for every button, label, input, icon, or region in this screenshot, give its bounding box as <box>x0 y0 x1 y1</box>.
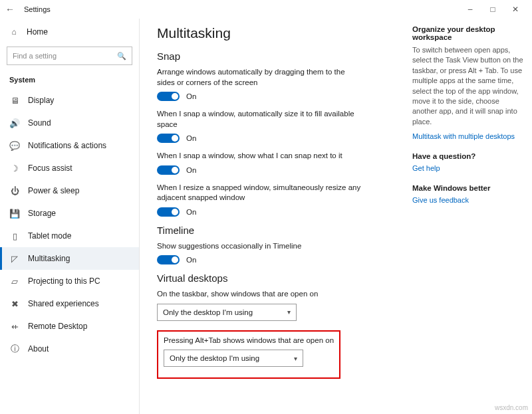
titlebar: ← Settings – □ ✕ <box>0 0 532 19</box>
multitasking-icon: ◸ <box>9 254 20 264</box>
sidebar-item-storage[interactable]: 💾Storage <box>0 202 139 225</box>
display-icon: 🖥 <box>9 96 20 106</box>
aside-text-1: To switch between open apps, select the … <box>412 45 525 127</box>
sidebar-item-notifications[interactable]: 💬Notifications & actions <box>0 134 139 157</box>
close-button[interactable]: ✕ <box>504 1 527 17</box>
sidebar-item-remote[interactable]: ⇷Remote Desktop <box>0 315 139 338</box>
snap-toggle-1[interactable] <box>157 92 180 101</box>
timeline-toggle-1[interactable] <box>157 255 180 264</box>
aside-panel: Organize your desktop workspace To switc… <box>412 25 525 414</box>
sidebar-item-about[interactable]: ⓘAbout <box>0 338 139 360</box>
toggle-state: On <box>186 256 196 264</box>
notifications-icon: 💬 <box>9 141 20 151</box>
search-input[interactable]: Find a setting 🔍 <box>7 47 132 65</box>
snap-heading: Snap <box>157 51 390 62</box>
snap-toggle-2[interactable] <box>157 134 180 143</box>
sidebar-section-label: System <box>0 72 139 89</box>
sidebar-item-shared[interactable]: ✖Shared experiences <box>0 292 139 315</box>
home-label: Home <box>27 27 48 37</box>
chevron-down-icon: ▾ <box>287 308 291 316</box>
page-title: Multitasking <box>157 25 390 41</box>
tablet-icon: ▯ <box>9 231 20 241</box>
power-icon: ⏻ <box>9 186 20 196</box>
sidebar-item-power[interactable]: ⏻Power & sleep <box>0 179 139 202</box>
aside-link-feedback[interactable]: Give us feedback <box>412 196 525 204</box>
snap-toggle-4[interactable] <box>157 207 180 217</box>
aside-title-1: Organize your desktop workspace <box>412 25 525 41</box>
vd-label-1: On the taskbar, show windows that are op… <box>157 289 363 300</box>
sidebar-item-sound[interactable]: 🔊Sound <box>0 112 139 134</box>
toggle-state: On <box>186 208 196 216</box>
toggle-state: On <box>186 92 196 100</box>
maximize-button[interactable]: □ <box>481 1 504 17</box>
shared-icon: ✖ <box>9 299 20 309</box>
sidebar-item-projecting[interactable]: ▱Projecting to this PC <box>0 270 139 292</box>
toggle-state: On <box>186 134 196 142</box>
snap-label-2: When I snap a window, automatically size… <box>157 109 363 130</box>
snap-label-3: When I snap a window, show what I can sn… <box>157 151 363 161</box>
sidebar: ⌂ Home Find a setting 🔍 System 🖥Display … <box>0 19 140 414</box>
aside-link-help[interactable]: Get help <box>412 164 525 172</box>
toggle-state: On <box>186 166 196 174</box>
aside-link-multitask[interactable]: Multitask with multiple desktops <box>412 132 525 140</box>
main-content: Multitasking Snap Arrange windows automa… <box>157 25 390 414</box>
timeline-heading: Timeline <box>157 225 390 236</box>
sound-icon: 🔊 <box>9 118 20 128</box>
window-title: Settings <box>24 5 51 13</box>
vd-dropdown-2-value: Only the desktop I'm using <box>170 354 259 362</box>
vd-dropdown-2[interactable]: Only the desktop I'm using ▾ <box>164 350 303 367</box>
sidebar-item-focus-assist[interactable]: ☽Focus assist <box>0 157 139 179</box>
focus-assist-icon: ☽ <box>9 163 20 173</box>
snap-label-1: Arrange windows automatically by draggin… <box>157 67 363 88</box>
aside-title-3: Make Windows better <box>412 184 525 192</box>
snap-label-4: When I resize a snapped window, simultan… <box>157 183 363 203</box>
search-placeholder: Find a setting <box>13 52 57 60</box>
vd-label-2: Pressing Alt+Tab shows windows that are … <box>164 336 334 346</box>
snap-toggle-3[interactable] <box>157 165 180 175</box>
search-icon: 🔍 <box>117 52 126 60</box>
sidebar-item-tablet[interactable]: ▯Tablet mode <box>0 225 139 247</box>
sidebar-item-display[interactable]: 🖥Display <box>0 89 139 112</box>
vd-heading: Virtual desktops <box>157 272 390 284</box>
aside-title-2: Have a question? <box>412 152 525 160</box>
sidebar-home[interactable]: ⌂ Home <box>0 21 139 43</box>
home-icon: ⌂ <box>9 27 19 37</box>
watermark: wsxdn.com <box>495 404 528 411</box>
minimize-button[interactable]: – <box>459 1 481 17</box>
back-button[interactable]: ← <box>5 4 20 15</box>
vd-dropdown-1-value: Only the desktop I'm using <box>163 308 253 316</box>
projecting-icon: ▱ <box>9 276 20 286</box>
sidebar-item-multitasking[interactable]: ◸Multitasking <box>0 247 139 270</box>
chevron-down-icon: ▾ <box>294 355 297 362</box>
remote-icon: ⇷ <box>9 322 20 332</box>
highlighted-setting: Pressing Alt+Tab shows windows that are … <box>157 330 340 379</box>
storage-icon: 💾 <box>9 209 20 219</box>
about-icon: ⓘ <box>9 343 20 355</box>
timeline-label-1: Show suggestions occasionally in Timelin… <box>157 241 363 252</box>
vd-dropdown-1[interactable]: Only the desktop I'm using ▾ <box>157 304 297 321</box>
